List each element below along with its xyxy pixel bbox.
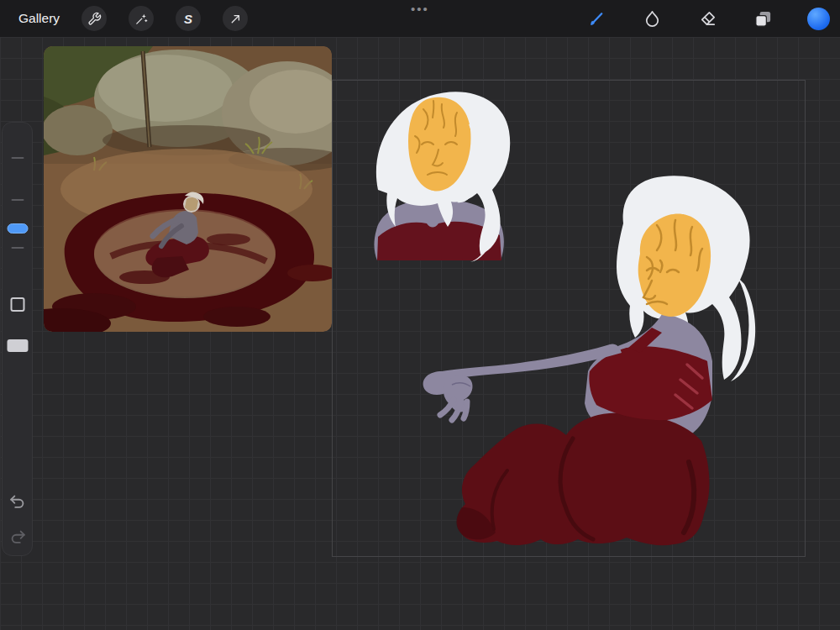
undo-icon — [8, 492, 27, 511]
brush-size-slider[interactable] — [7, 223, 28, 234]
layers-button[interactable] — [752, 8, 774, 29]
smudge-icon — [643, 9, 662, 29]
slider-tick — [11, 247, 24, 249]
selection-icon: S — [184, 13, 192, 25]
brush-sidebar — [2, 122, 33, 556]
adjustments-button[interactable] — [129, 6, 154, 31]
undo-button[interactable] — [8, 492, 27, 511]
eraser-button[interactable] — [696, 8, 718, 29]
selection-button[interactable]: S — [176, 6, 201, 31]
gallery-button[interactable]: Gallery — [18, 11, 60, 26]
character-bust-sketch — [374, 92, 510, 262]
top-toolbar: Gallery S ••• — [0, 0, 840, 37]
eraser-icon — [698, 9, 717, 29]
transform-icon — [228, 12, 243, 26]
actions-button[interactable] — [81, 6, 107, 31]
adjustments-icon — [134, 12, 149, 26]
paint-tools-group — [585, 0, 830, 37]
redo-button[interactable] — [8, 528, 27, 546]
reference-photo — [44, 46, 332, 332]
slider-tick — [11, 199, 24, 201]
smudge-button[interactable] — [641, 8, 663, 29]
wrench-icon — [87, 12, 102, 26]
paint-brush-icon — [587, 9, 606, 29]
modify-button[interactable] — [10, 297, 24, 312]
color-swatch[interactable] — [807, 8, 830, 30]
layers-icon — [753, 9, 773, 29]
canvas-options-button[interactable]: ••• — [411, 2, 429, 16]
app-window: Gallery S ••• — [0, 0, 840, 630]
redo-icon — [8, 528, 27, 546]
opacity-slider[interactable] — [7, 339, 28, 352]
paint-brush-button[interactable] — [585, 8, 607, 29]
transform-button[interactable] — [223, 6, 248, 31]
slider-tick — [11, 157, 24, 159]
canvas-artwork — [328, 76, 806, 559]
